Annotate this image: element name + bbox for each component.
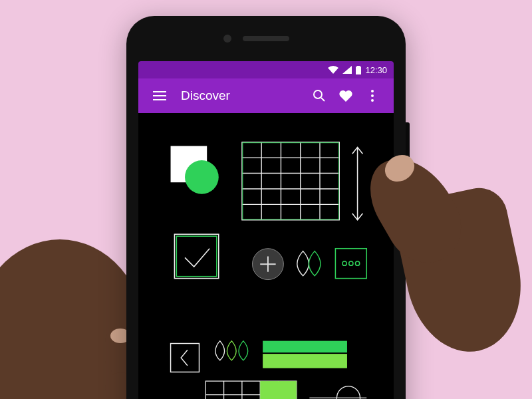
svg-rect-19 <box>260 381 297 399</box>
status-time: 12:30 <box>365 65 387 75</box>
page-title: Discover <box>181 88 306 103</box>
cell-signal-icon <box>342 66 352 74</box>
app-bar: Discover <box>138 78 394 113</box>
discover-card[interactable] <box>148 122 384 309</box>
battery-icon <box>356 66 361 74</box>
phone-speaker <box>243 36 289 41</box>
menu-button[interactable] <box>146 82 173 109</box>
card-illustration <box>159 135 373 295</box>
svg-point-5 <box>185 160 219 194</box>
svg-rect-15 <box>171 344 200 372</box>
svg-rect-7 <box>243 143 338 219</box>
svg-rect-17 <box>263 354 347 368</box>
svg-point-3 <box>371 99 374 102</box>
overflow-button[interactable] <box>359 82 386 109</box>
svg-rect-9 <box>176 236 216 276</box>
svg-point-0 <box>314 90 322 98</box>
svg-rect-6 <box>242 142 339 220</box>
wifi-icon <box>328 66 338 74</box>
search-button[interactable] <box>306 82 332 109</box>
svg-point-20 <box>336 386 360 399</box>
phone-screen: 12:30 Discover <box>138 61 394 399</box>
svg-rect-8 <box>174 234 218 278</box>
svg-point-13 <box>349 261 353 265</box>
product-shot: 12:30 Discover <box>0 0 532 399</box>
search-icon <box>313 89 326 102</box>
favorites-button[interactable] <box>332 82 359 109</box>
svg-point-12 <box>342 261 346 265</box>
discover-card[interactable] <box>148 318 384 399</box>
hamburger-icon <box>153 91 166 100</box>
hand-thumb <box>359 133 505 346</box>
heart-icon <box>339 90 352 102</box>
content-scroll[interactable] <box>138 113 394 399</box>
svg-rect-16 <box>263 341 347 353</box>
status-bar: 12:30 <box>138 61 394 78</box>
phone-camera <box>223 35 231 43</box>
more-vert-icon <box>371 90 374 102</box>
svg-point-1 <box>371 90 374 92</box>
card-illustration <box>159 331 373 399</box>
svg-point-2 <box>371 94 374 97</box>
